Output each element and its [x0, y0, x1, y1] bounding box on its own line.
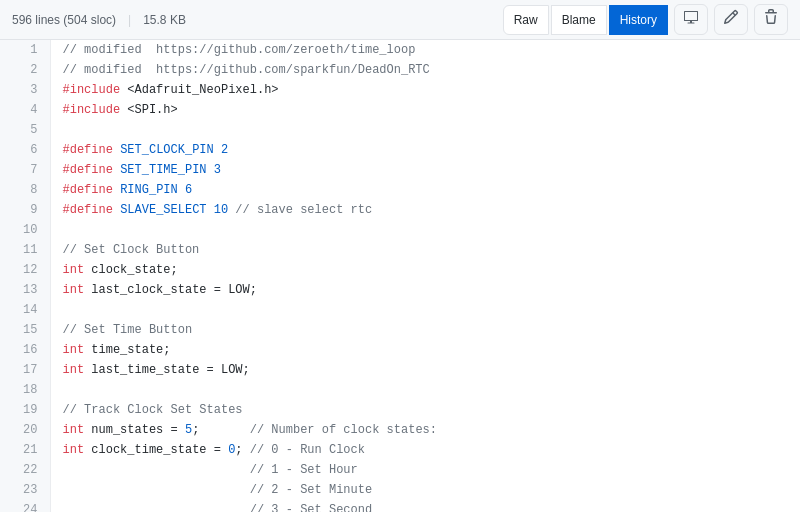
line-code — [50, 300, 800, 320]
blame-button[interactable]: Blame — [551, 5, 607, 35]
line-number: 3 — [0, 80, 50, 100]
table-row: 24 // 3 - Set Second — [0, 500, 800, 512]
line-code: // modified https://github.com/sparkfun/… — [50, 60, 800, 80]
line-code: #include <Adafruit_NeoPixel.h> — [50, 80, 800, 100]
line-number: 24 — [0, 500, 50, 512]
table-row: 7 #define SET_TIME_PIN 3 — [0, 160, 800, 180]
line-number: 11 — [0, 240, 50, 260]
table-row: 2 // modified https://github.com/sparkfu… — [0, 60, 800, 80]
table-row: 10 — [0, 220, 800, 240]
code-table: 1 // modified https://github.com/zeroeth… — [0, 40, 800, 512]
raw-button[interactable]: Raw — [503, 5, 549, 35]
line-code: #define SLAVE_SELECT 10 // slave select … — [50, 200, 800, 220]
table-row: 20 int num_states = 5; // Number of cloc… — [0, 420, 800, 440]
line-code — [50, 120, 800, 140]
table-row: 11 // Set Clock Button — [0, 240, 800, 260]
table-row: 18 — [0, 380, 800, 400]
delete-icon-button[interactable] — [754, 4, 788, 35]
file-header: 596 lines (504 sloc) | 15.8 KB Raw Blame… — [0, 0, 800, 40]
code-container: 1 // modified https://github.com/zeroeth… — [0, 40, 800, 512]
file-stats: 596 lines (504 sloc) — [12, 13, 116, 27]
line-code: #define RING_PIN 6 — [50, 180, 800, 200]
separator: | — [128, 13, 131, 27]
line-code: // Track Clock Set States — [50, 400, 800, 420]
history-button[interactable]: History — [609, 5, 668, 35]
table-row: 3 #include <Adafruit_NeoPixel.h> — [0, 80, 800, 100]
line-number: 9 — [0, 200, 50, 220]
line-number: 18 — [0, 380, 50, 400]
line-number: 19 — [0, 400, 50, 420]
line-number: 1 — [0, 40, 50, 60]
line-number: 22 — [0, 460, 50, 480]
table-row: 19 // Track Clock Set States — [0, 400, 800, 420]
table-row: 1 // modified https://github.com/zeroeth… — [0, 40, 800, 60]
line-code: #define SET_CLOCK_PIN 2 — [50, 140, 800, 160]
display-icon-button[interactable] — [674, 4, 708, 35]
line-number: 4 — [0, 100, 50, 120]
file-viewer: 596 lines (504 sloc) | 15.8 KB Raw Blame… — [0, 0, 800, 512]
line-number: 20 — [0, 420, 50, 440]
line-code: int last_time_state = LOW; — [50, 360, 800, 380]
line-number: 2 — [0, 60, 50, 80]
line-code: // modified https://github.com/zeroeth/t… — [50, 40, 800, 60]
line-number: 8 — [0, 180, 50, 200]
table-row: 8 #define RING_PIN 6 — [0, 180, 800, 200]
line-code: // 2 - Set Minute — [50, 480, 800, 500]
table-row: 22 // 1 - Set Hour — [0, 460, 800, 480]
line-code: #define SET_TIME_PIN 3 — [50, 160, 800, 180]
line-number: 14 — [0, 300, 50, 320]
line-code: int last_clock_state = LOW; — [50, 280, 800, 300]
toolbar: Raw Blame History — [503, 4, 788, 35]
line-number: 7 — [0, 160, 50, 180]
table-row: 15 // Set Time Button — [0, 320, 800, 340]
line-code: int clock_state; — [50, 260, 800, 280]
line-number: 17 — [0, 360, 50, 380]
line-code: int clock_time_state = 0; // 0 - Run Clo… — [50, 440, 800, 460]
edit-icon-button[interactable] — [714, 4, 748, 35]
line-code: // 3 - Set Second — [50, 500, 800, 512]
line-code: // Set Clock Button — [50, 240, 800, 260]
table-row: 16 int time_state; — [0, 340, 800, 360]
line-code: int time_state; — [50, 340, 800, 360]
table-row: 5 — [0, 120, 800, 140]
line-code — [50, 380, 800, 400]
line-code: int num_states = 5; // Number of clock s… — [50, 420, 800, 440]
table-row: 6 #define SET_CLOCK_PIN 2 — [0, 140, 800, 160]
line-number: 23 — [0, 480, 50, 500]
line-code: // 1 - Set Hour — [50, 460, 800, 480]
line-code: #include <SPI.h> — [50, 100, 800, 120]
table-row: 12 int clock_state; — [0, 260, 800, 280]
line-number: 5 — [0, 120, 50, 140]
table-row: 14 — [0, 300, 800, 320]
line-number: 12 — [0, 260, 50, 280]
line-number: 13 — [0, 280, 50, 300]
table-row: 23 // 2 - Set Minute — [0, 480, 800, 500]
table-row: 17 int last_time_state = LOW; — [0, 360, 800, 380]
file-info: 596 lines (504 sloc) | 15.8 KB — [12, 13, 186, 27]
line-code: // Set Time Button — [50, 320, 800, 340]
table-row: 4 #include <SPI.h> — [0, 100, 800, 120]
table-row: 13 int last_clock_state = LOW; — [0, 280, 800, 300]
file-size: 15.8 KB — [143, 13, 186, 27]
line-number: 10 — [0, 220, 50, 240]
table-row: 21 int clock_time_state = 0; // 0 - Run … — [0, 440, 800, 460]
line-code — [50, 220, 800, 240]
line-number: 21 — [0, 440, 50, 460]
line-number: 6 — [0, 140, 50, 160]
line-number: 16 — [0, 340, 50, 360]
line-number: 15 — [0, 320, 50, 340]
table-row: 9 #define SLAVE_SELECT 10 // slave selec… — [0, 200, 800, 220]
